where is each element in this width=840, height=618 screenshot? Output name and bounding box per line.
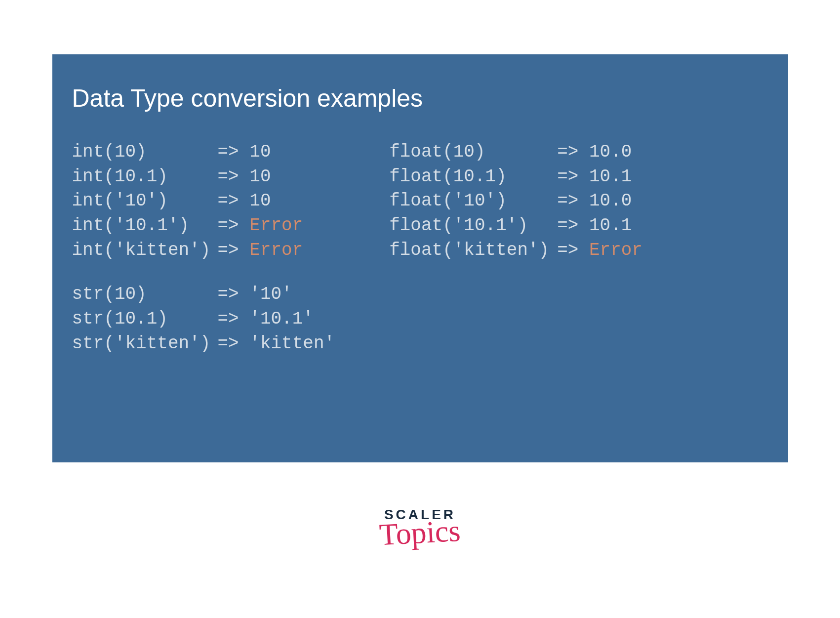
arrow-icon: => bbox=[218, 213, 250, 238]
slide-title: Data Type conversion examples bbox=[72, 84, 768, 113]
code-row: int('10.1') => Error bbox=[72, 213, 335, 238]
arrow-icon: => bbox=[218, 189, 250, 213]
arrow-icon: => bbox=[218, 140, 250, 165]
code-row: str('kitten') => 'kitten' bbox=[72, 331, 335, 356]
expression: int(10) bbox=[72, 140, 218, 165]
result: '10.1' bbox=[249, 307, 314, 331]
error-result: Error bbox=[589, 238, 642, 263]
scaler-topics-logo: SCALER Topics bbox=[379, 507, 460, 545]
expression: float('10.1') bbox=[389, 213, 557, 238]
code-row: int(10.1) => 10 bbox=[72, 165, 335, 189]
error-result: Error bbox=[249, 213, 303, 238]
code-row: float('10.1') => 10.1 bbox=[389, 213, 642, 238]
code-columns: int(10) => 10 int(10.1) => 10 int('10') … bbox=[72, 140, 768, 375]
code-row: int('kitten') => Error bbox=[72, 238, 335, 263]
code-row: str(10) => '10' bbox=[72, 282, 335, 307]
error-result: Error bbox=[249, 238, 303, 263]
result: 10.0 bbox=[589, 189, 632, 213]
slide-panel: Data Type conversion examples int(10) =>… bbox=[52, 54, 788, 462]
code-row: float(10.1) => 10.1 bbox=[389, 165, 642, 189]
arrow-icon: => bbox=[218, 331, 250, 356]
arrow-icon: => bbox=[557, 238, 589, 263]
code-row: float('kitten') => Error bbox=[389, 238, 642, 263]
result: 10 bbox=[249, 189, 271, 213]
code-row: str(10.1) => '10.1' bbox=[72, 307, 335, 331]
expression: int(10.1) bbox=[72, 165, 218, 189]
arrow-icon: => bbox=[218, 238, 250, 263]
result: '10' bbox=[249, 282, 292, 307]
arrow-icon: => bbox=[218, 282, 250, 307]
arrow-icon: => bbox=[218, 307, 250, 331]
expression: float('kitten') bbox=[389, 238, 557, 263]
expression: str(10) bbox=[72, 282, 218, 307]
arrow-icon: => bbox=[557, 213, 589, 238]
expression: str('kitten') bbox=[72, 331, 218, 356]
expression: float(10) bbox=[389, 140, 557, 165]
result: 10 bbox=[249, 140, 271, 165]
int-group: int(10) => 10 int(10.1) => 10 int('10') … bbox=[72, 140, 335, 262]
code-row: int(10) => 10 bbox=[72, 140, 335, 165]
result: 'kitten' bbox=[249, 331, 335, 356]
arrow-icon: => bbox=[557, 140, 589, 165]
result: 10.1 bbox=[589, 165, 632, 189]
code-row: float(10) => 10.0 bbox=[389, 140, 642, 165]
expression: int('kitten') bbox=[72, 238, 218, 263]
expression: str(10.1) bbox=[72, 307, 218, 331]
result: 10 bbox=[249, 165, 271, 189]
arrow-icon: => bbox=[218, 165, 250, 189]
arrow-icon: => bbox=[557, 189, 589, 213]
left-column: int(10) => 10 int(10.1) => 10 int('10') … bbox=[72, 140, 335, 375]
expression: int('10.1') bbox=[72, 213, 218, 238]
code-row: int('10') => 10 bbox=[72, 189, 335, 213]
expression: float('10') bbox=[389, 189, 557, 213]
result: 10.0 bbox=[589, 140, 632, 165]
float-group: float(10) => 10.0 float(10.1) => 10.1 fl… bbox=[389, 140, 642, 262]
code-row: float('10') => 10.0 bbox=[389, 189, 642, 213]
right-column: float(10) => 10.0 float(10.1) => 10.1 fl… bbox=[389, 140, 642, 375]
expression: float(10.1) bbox=[389, 165, 557, 189]
str-group: str(10) => '10' str(10.1) => '10.1' str(… bbox=[72, 282, 335, 356]
arrow-icon: => bbox=[557, 165, 589, 189]
logo-line2: Topics bbox=[379, 519, 461, 547]
expression: int('10') bbox=[72, 189, 218, 213]
result: 10.1 bbox=[589, 213, 632, 238]
